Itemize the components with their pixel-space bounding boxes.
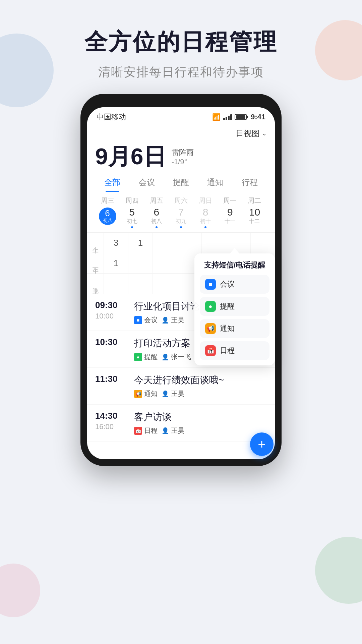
person-icon-1: 👤	[162, 353, 169, 361]
active-date-circle: 6 初八	[99, 208, 116, 225]
week-date-2[interactable]: 6 初八	[144, 207, 169, 228]
signal-bar-2	[226, 117, 227, 120]
popup-tooltip-text: 支持短信/电话提醒	[200, 260, 269, 270]
battery-fill	[236, 115, 245, 119]
grid-side-evening: 晚上	[87, 274, 104, 294]
event-details-3: 客户访谈 📅 日程 👤 王昊	[129, 411, 267, 435]
person-icon-3: 👤	[162, 427, 169, 434]
popup-reminder-label: 提醒	[220, 301, 235, 311]
week-date-0[interactable]: 6 初八	[95, 208, 120, 228]
event-person-0: 👤 王昊	[162, 315, 184, 325]
event-type-1: ● 提醒	[134, 352, 158, 361]
event-time-1: 10:30	[95, 337, 129, 347]
popup-option-schedule[interactable]: 📅 日程	[200, 341, 269, 360]
event-time-2: 11:30	[95, 374, 129, 384]
schedule-icon: 📅	[134, 427, 142, 435]
tab-all[interactable]: 全部	[95, 173, 129, 192]
dot-6	[253, 226, 255, 228]
status-time: 9:41	[251, 113, 265, 121]
tab-notify[interactable]: 通知	[198, 173, 232, 192]
cell-e-2	[153, 274, 177, 294]
grid-cells-morning: 3 1	[104, 233, 275, 253]
popup-option-meeting[interactable]: ■ 会议	[200, 275, 269, 294]
event-item-2[interactable]: 11:30 今天进行绩效面谈哦~ 📢 通知 👤 王昊	[87, 368, 275, 405]
cell-m-4	[202, 233, 226, 253]
event-person-3: 👤 王昊	[162, 426, 184, 435]
event-item-3[interactable]: 14:30 16:00 客户访谈 📅 日程 👤 王昊	[87, 405, 275, 442]
bg-circle-green	[315, 537, 362, 604]
popup-options: ■ 会议 ● 提醒 📢 通知 📅 日程	[200, 275, 269, 360]
cell-e-0	[104, 274, 128, 294]
week-date-3[interactable]: 7 初九	[169, 207, 193, 228]
period-label-afternoon: 下午	[92, 262, 100, 264]
phone-frame: 中国移动 📶 9:41	[80, 94, 282, 466]
week-date-1[interactable]: 5 初七	[120, 207, 144, 228]
view-selector-label: 日视图	[236, 128, 260, 139]
popup-meeting-label: 会议	[220, 279, 235, 289]
cell-e-1	[128, 274, 153, 294]
popup-schedule-label: 日程	[220, 346, 235, 356]
meeting-icon: ■	[134, 316, 142, 324]
week-date-6[interactable]: 10 十二	[242, 207, 267, 228]
grid-side-morning: 上午	[87, 233, 104, 253]
dot-0	[107, 226, 109, 228]
period-label-evening: 晚上	[92, 283, 100, 284]
weekday-label-1: 周四	[120, 196, 144, 207]
period-label-morning: 上午	[92, 242, 100, 243]
popup-notify-icon: 📢	[205, 323, 216, 334]
popup-meeting-icon: ■	[205, 279, 216, 290]
popup-tail	[230, 248, 239, 253]
weekday-label-0: 周三	[95, 196, 120, 207]
cell-m-3	[177, 233, 202, 253]
wifi-icon: 📶	[212, 113, 221, 121]
page-subtitle: 清晰安排每日行程和待办事项	[0, 64, 362, 80]
cell-m-1: 1	[128, 233, 153, 253]
status-bar: 中国移动 📶 9:41	[87, 107, 275, 125]
battery-tip	[247, 116, 248, 118]
tab-reminder[interactable]: 提醒	[164, 173, 198, 192]
reminder-icon: ●	[134, 353, 142, 361]
cell-m-2	[153, 233, 177, 253]
popup-reminder-icon: ●	[205, 301, 216, 312]
notify-icon: 📢	[134, 390, 142, 398]
grid-side-afternoon: 下午	[87, 253, 104, 273]
chevron-down-icon: ⌄	[262, 130, 267, 137]
weather-text: 雷阵雨	[172, 148, 194, 158]
signal-bar-4	[230, 114, 232, 120]
weekday-label-2: 周五	[144, 196, 169, 207]
cell-a-0: 1	[104, 253, 128, 273]
event-time-0: 09:30 10:00	[95, 300, 129, 320]
person-icon-2: 👤	[162, 390, 169, 398]
tab-itinerary[interactable]: 行程	[233, 173, 267, 192]
phone-mockup: 中国移动 📶 9:41	[80, 94, 282, 466]
cell-m-0: 3	[104, 233, 128, 253]
page-title: 全方位的日程管理	[0, 27, 362, 57]
dot-5	[229, 226, 231, 228]
week-date-5[interactable]: 9 十一	[218, 207, 242, 228]
event-details-2: 今天进行绩效面谈哦~ 📢 通知 👤 王昊	[129, 374, 267, 398]
week-dates: 6 初八 5 初七 6 初八	[87, 207, 275, 228]
event-person-2: 👤 王昊	[162, 389, 184, 398]
dot-3	[180, 226, 182, 228]
view-selector[interactable]: 日视图 ⌄	[236, 128, 267, 139]
weather-temp: -1/9°	[172, 158, 187, 166]
signal-bars	[223, 114, 232, 120]
weather-info: 雷阵雨 -1/9°	[172, 145, 194, 166]
popup-option-reminder[interactable]: ● 提醒	[200, 297, 269, 316]
dot-2	[156, 226, 158, 228]
weekday-label-6: 周二	[242, 196, 267, 207]
week-date-4[interactable]: 8 初十	[193, 207, 218, 228]
dot-1	[131, 226, 133, 228]
tab-meeting[interactable]: 会议	[129, 173, 164, 192]
status-right-icons: 📶 9:41	[212, 113, 265, 121]
event-person-1: 👤 张一飞	[162, 352, 191, 361]
cell-a-1	[128, 253, 153, 273]
cell-a-2	[153, 253, 177, 273]
popup-option-notify[interactable]: 📢 通知	[200, 319, 269, 338]
date-big: 9月6日	[95, 145, 166, 168]
carrier-label: 中国移动	[97, 112, 126, 122]
week-calendar: 周三 周四 周五 周六 周日 周一 周二 6 初八	[87, 192, 275, 233]
event-type-0: ■ 会议	[134, 315, 158, 325]
category-tabs: 全部 会议 提醒 通知 行程	[87, 173, 275, 192]
weekday-label-5: 周一	[218, 196, 242, 207]
